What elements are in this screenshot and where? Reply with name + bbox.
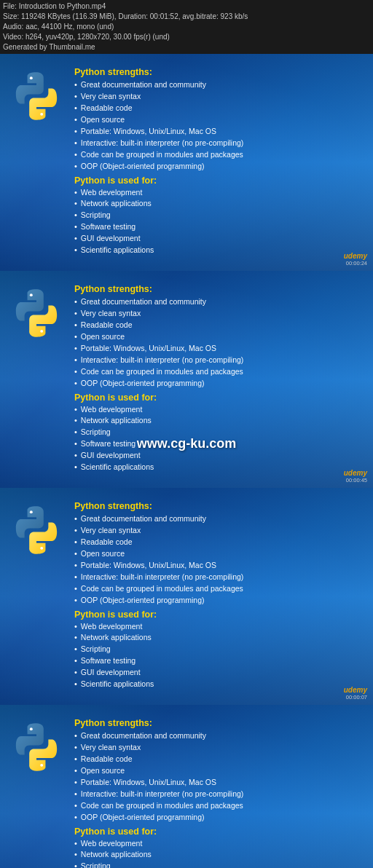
slide-2: Python strengths: Great documentation an… [0,271,373,488]
python-logo-2 [10,287,63,339]
strength-item: Interactive: built-in interpreter (no pr… [74,789,361,800]
used-item: Scientific applications [74,462,361,473]
file-info-line5: Generated by Thumbnail.me [3,42,370,52]
strength-item: Open source [74,331,361,343]
used-item: Web development [74,404,361,416]
udemy-badge-2: udemy 00:00:45 [344,469,367,484]
svg-point-1 [40,113,43,116]
strengths-title-1: Python strengths: [74,67,361,77]
svg-point-2 [30,293,33,296]
strength-item: Very clean syntax [74,742,361,754]
strength-item: Code can be grouped in modules and packa… [74,149,361,161]
slide-1-content: Python strengths: Great documentation an… [74,67,361,259]
svg-point-5 [40,547,43,550]
strength-item: Interactive: built-in interpreter (no pr… [74,572,361,583]
strength-item: Portable: Windows, Unix/Linux, Mac OS [74,126,361,138]
slide-4: Python strengths: Great documentation an… [0,705,373,868]
strengths-title-2: Python strengths: [74,284,361,294]
slide-3-content: Python strengths: Great documentation an… [74,501,361,693]
slide-1: Python strengths: Great documentation an… [0,54,373,271]
used-item: Network applications [74,198,361,210]
used-title-2: Python is used for: [74,392,361,403]
strengths-title-3: Python strengths: [74,501,361,511]
python-logo-3 [10,504,63,556]
strength-item: Readable code [74,320,361,331]
used-item: Scripting [74,861,361,868]
slide-2-content: Python strengths: Great documentation an… [74,284,361,476]
used-item: Scripting [74,644,361,655]
strength-item: Readable code [74,754,361,765]
strength-item: Great documentation and community [74,513,361,525]
used-item: Network applications [74,849,361,861]
strength-item: Open source [74,548,361,560]
strengths-list-1: Great documentation and community Very c… [74,79,361,173]
svg-point-6 [30,727,33,730]
strengths-list-2: Great documentation and community Very c… [74,296,361,390]
used-item: Software testing [74,655,361,667]
used-item: Web development [74,187,361,199]
slide-4-content: Python strengths: Great documentation an… [74,718,361,868]
used-item: Scripting [74,210,361,221]
strength-item: Portable: Windows, Unix/Linux, Mac OS [74,343,361,355]
strength-item: Readable code [74,537,361,548]
usedfor-list-1: Web development Network applications Scr… [74,187,361,257]
strength-item: Great documentation and community [74,296,361,308]
used-title-1: Python is used for: [74,175,361,186]
udemy-badge-3: udemy 00:00:07 [344,686,367,701]
strengths-title-4: Python strengths: [74,718,361,728]
file-info-line4: Video: h264, yuv420p, 1280x720, 30.00 fp… [3,32,370,42]
strength-item: Great documentation and community [74,730,361,742]
strength-item: Open source [74,765,361,777]
strength-item: Very clean syntax [74,91,361,103]
usedfor-list-2: Web development Network applications Scr… [74,404,361,474]
strength-item: Portable: Windows, Unix/Linux, Mac OS [74,560,361,572]
python-logo-1 [10,70,63,122]
file-info-bar: File: Introduction to Python.mp4 Size: 1… [0,0,373,54]
strength-item: Code can be grouped in modules and packa… [74,800,361,812]
strengths-list-3: Great documentation and community Very c… [74,513,361,607]
used-title-3: Python is used for: [74,609,361,620]
used-item: Web development [74,838,361,850]
usedfor-list-3: Web development Network applications Scr… [74,621,361,691]
udemy-badge-1: udemy 00:00:24 [344,252,367,267]
file-info-line3: Audio: aac, 44100 Hz, mono (und) [3,22,370,32]
used-item: Scientific applications [74,679,361,690]
used-item: Network applications [74,415,361,427]
svg-point-7 [40,764,43,767]
svg-point-0 [30,76,33,79]
used-item: Software testing [74,438,361,450]
svg-point-4 [30,510,33,513]
used-item: Web development [74,621,361,633]
strength-item: Very clean syntax [74,525,361,537]
strength-item: OOP (Object-oriented programming) [74,161,361,173]
slide-3: Python strengths: Great documentation an… [0,488,373,705]
used-item: Network applications [74,632,361,644]
used-item: GUI development [74,233,361,245]
strength-item: OOP (Object-oriented programming) [74,812,361,824]
strengths-list-4: Great documentation and community Very c… [74,730,361,824]
strength-item: Portable: Windows, Unix/Linux, Mac OS [74,777,361,789]
strength-item: Code can be grouped in modules and packa… [74,583,361,595]
file-info-line1: File: Introduction to Python.mp4 [3,1,370,12]
strength-item: Code can be grouped in modules and packa… [74,366,361,378]
strength-item: Great documentation and community [74,79,361,91]
svg-point-3 [40,330,43,333]
used-item: Software testing [74,221,361,233]
strength-item: Very clean syntax [74,308,361,320]
usedfor-list-4: Web development Network applications Scr… [74,838,361,869]
strength-item: Readable code [74,103,361,114]
file-info-line2: Size: 119248 KBytes (116.39 MiB), Durati… [3,12,370,22]
used-item: Scientific applications [74,245,361,256]
strength-item: Open source [74,114,361,126]
used-item: Scripting [74,427,361,438]
strength-item: OOP (Object-oriented programming) [74,378,361,390]
strength-item: Interactive: built-in interpreter (no pr… [74,138,361,149]
used-title-4: Python is used for: [74,826,361,837]
used-item: GUI development [74,450,361,462]
python-logo-4 [10,721,63,773]
strength-item: OOP (Object-oriented programming) [74,595,361,607]
strength-item: Interactive: built-in interpreter (no pr… [74,355,361,366]
used-item: GUI development [74,667,361,679]
